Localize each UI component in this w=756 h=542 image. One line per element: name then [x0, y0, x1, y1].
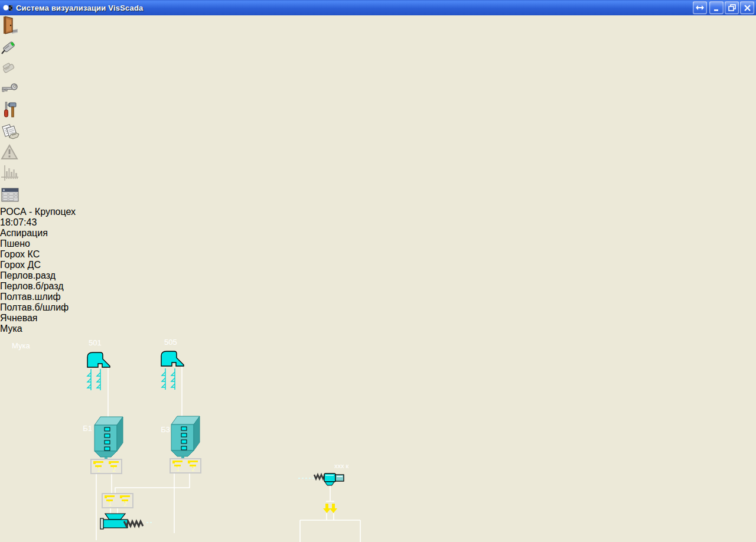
- tools-icon: [0, 100, 19, 119]
- exit-door-icon: [0, 15, 19, 34]
- close-icon: [744, 5, 751, 11]
- screen-title: РОСА - Крупоцех: [0, 207, 76, 217]
- flow-arrow-down-2: [330, 504, 337, 513]
- disconnect-button[interactable]: [0, 58, 756, 79]
- close-button[interactable]: [740, 1, 754, 14]
- connect-button[interactable]: [0, 37, 756, 58]
- tab-muka[interactable]: Мука: [0, 324, 756, 334]
- scada-canvas: 1 2 1 2 1 2: [0, 334, 756, 542]
- resize-arrows-icon: [696, 5, 704, 11]
- valve-box-b3[interactable]: 1 2: [170, 459, 201, 473]
- tools-button[interactable]: [0, 100, 756, 122]
- resize-button[interactable]: [693, 1, 707, 14]
- valve-box-b1[interactable]: 1 2: [91, 459, 122, 474]
- tab-perlov-razd[interactable]: Перлов.разд: [0, 270, 756, 281]
- valve-1-label: 1: [176, 466, 180, 472]
- tab-psheno[interactable]: Пшено: [0, 239, 756, 249]
- tab-yachnevaya[interactable]: Ячневая: [0, 313, 756, 324]
- minimize-icon: [713, 4, 720, 11]
- journal-button[interactable]: [0, 122, 756, 143]
- tab-goroh-ks[interactable]: Горох КС: [0, 249, 756, 260]
- valve-1-label: 1: [97, 466, 100, 473]
- label-feeder-501: 501: [89, 338, 102, 347]
- clock: 18:07:43: [0, 217, 37, 227]
- exit-button[interactable]: [0, 15, 756, 37]
- label-bin-b3: Б3: [161, 425, 170, 434]
- app-icon: [3, 3, 14, 12]
- area-label: Мука: [12, 341, 30, 350]
- label-bin-b1: Б1: [83, 424, 92, 433]
- screw-conveyor[interactable]: [100, 514, 143, 529]
- valve-2-label: 2: [112, 466, 116, 473]
- tab-aspiration[interactable]: Аспирация: [0, 228, 756, 239]
- trends-chart-icon: [0, 164, 20, 183]
- bin-b3[interactable]: [171, 416, 200, 458]
- window-title: Система визуализации VisScada: [16, 4, 693, 12]
- bin-b1[interactable]: [94, 417, 123, 459]
- table-button[interactable]: [0, 185, 756, 207]
- sleeves-501: [87, 369, 100, 390]
- valve-box-mid[interactable]: 1 2: [102, 494, 133, 508]
- app-window: Система визуализации VisScada: [0, 0, 756, 542]
- feeder-machine-505[interactable]: [161, 351, 184, 366]
- journal-hand-icon: [0, 122, 20, 141]
- feeder-machine-501[interactable]: [87, 352, 110, 367]
- xxx-k-screw-feeder[interactable]: [314, 474, 344, 485]
- label-xxx-k: ххх к: [334, 462, 349, 469]
- label-feeder-505: 505: [164, 338, 177, 347]
- sleeves-505: [162, 368, 175, 390]
- key-button[interactable]: [0, 79, 756, 100]
- tab-poltav-b-shlif[interactable]: Полтав.б/шлиф: [0, 302, 756, 313]
- valve-1-label: 1: [108, 501, 112, 507]
- valve-2-label: 2: [191, 466, 195, 472]
- alarm-warning-icon: [0, 143, 19, 162]
- key-icon: [0, 79, 19, 98]
- tab-goroh-ds[interactable]: Горох ДС: [0, 260, 756, 270]
- maximize-icon: [728, 4, 736, 11]
- maximize-button[interactable]: [725, 1, 739, 14]
- tab-poltav-shlif[interactable]: Полтав.шлиф: [0, 292, 756, 302]
- tab-perlov-b-razd[interactable]: Перлов.б/разд: [0, 281, 756, 292]
- clock-panel: 18:07:43: [0, 217, 756, 228]
- connect-plug-icon: [0, 37, 19, 55]
- trends-button[interactable]: [0, 164, 756, 185]
- toolbar: РОСА - Крупоцех 18:07:43: [0, 15, 756, 228]
- minimize-button[interactable]: [709, 1, 724, 14]
- alarm-button[interactable]: [0, 143, 756, 164]
- valve-2-label: 2: [123, 501, 127, 507]
- disconnect-plug-icon: [0, 58, 19, 77]
- titlebar: Система визуализации VisScada: [0, 0, 756, 15]
- data-table-icon: [0, 185, 20, 204]
- tab-bar: Аспирация Пшено Горох КС Горох ДС Перлов…: [0, 228, 756, 334]
